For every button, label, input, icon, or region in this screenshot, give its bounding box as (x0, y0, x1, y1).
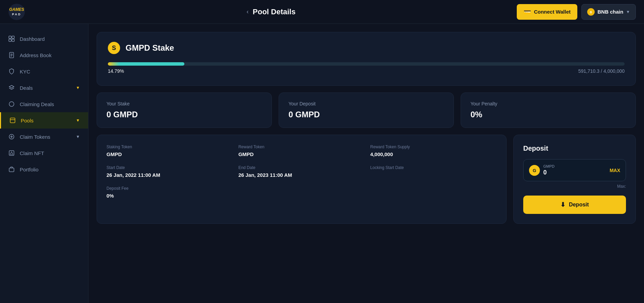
pools-chevron-icon: ▼ (76, 118, 80, 123)
layout: Dashboard Address Book KYC (0, 24, 644, 303)
chain-selector[interactable]: B BNB chain ▼ (581, 4, 636, 20)
grid-icon (8, 35, 15, 42)
pool-header-card: S GMPD Stake 14.79% 591,710.3 / 4,000,00… (97, 32, 636, 86)
info-grid: Staking Token GMPD Reward Token GMPD Rew… (106, 145, 497, 199)
svg-rect-5 (9, 36, 11, 38)
deposit-btn-label: Deposit (569, 202, 589, 208)
max-button[interactable]: MAX (610, 168, 620, 173)
staking-token-label: Staking Token (106, 145, 233, 149)
deposit-input-inner: GMPD 0 (543, 164, 606, 176)
deals-chevron-icon: ▼ (76, 85, 80, 90)
sidebar-item-claim-tokens[interactable]: Claim Tokens ▼ (0, 129, 88, 145)
header-right: 💳 Connect Wallet B BNB chain ▼ (517, 4, 636, 20)
connect-wallet-button[interactable]: 💳 Connect Wallet (517, 4, 577, 20)
deposit-title: Deposit (523, 145, 626, 152)
svg-rect-7 (9, 39, 11, 41)
reward-token-supply-label: Reward Token Supply (370, 145, 497, 149)
start-date-label: Start Date (106, 165, 233, 170)
locking-start-date-label: Locking Start Date (370, 165, 497, 170)
pool-icon: S (108, 42, 120, 54)
sidebar-item-kyc[interactable]: KYC (0, 63, 88, 80)
svg-marker-21 (10, 152, 13, 154)
svg-text:GAMES: GAMES (9, 7, 24, 12)
svg-marker-13 (9, 85, 14, 88)
svg-text:B: B (590, 11, 592, 14)
progress-container: 14.79% 591,710.3 / 4,000,000 (108, 62, 625, 74)
sidebar-item-claiming-deals[interactable]: Claiming Deals (0, 96, 88, 112)
sidebar-claiming-deals-label: Claiming Deals (20, 101, 80, 107)
your-deposit-value: 0 GMPD (288, 110, 444, 119)
sidebar-item-claim-nft[interactable]: Claim NFT (0, 145, 88, 161)
sidebar-dashboard-label: Dashboard (20, 36, 80, 42)
your-stake-label: Your Stake (106, 101, 262, 106)
circle-icon (8, 101, 15, 107)
sidebar-address-book-label: Address Book (20, 52, 80, 58)
header-center: ‹ Pool Details (247, 7, 296, 16)
main-content: S GMPD Stake 14.79% 591,710.3 / 4,000,00… (88, 24, 644, 303)
svg-text:G: G (533, 168, 536, 173)
your-deposit-label: Your Deposit (288, 101, 444, 106)
deposit-input-wrap[interactable]: G GMPD 0 MAX (523, 159, 626, 181)
reward-token-supply-item: Reward Token Supply 4,000,000 (370, 145, 497, 157)
gmpd-token-icon: G (529, 165, 540, 176)
deposit-button[interactable]: ⬇ Deposit (523, 196, 626, 214)
sidebar-portfolio-label: Portfolio (20, 167, 80, 172)
deposit-btn-icon: ⬇ (560, 201, 565, 208)
bnb-icon: B (587, 8, 595, 16)
claim-tokens-icon (8, 133, 15, 140)
briefcase-icon (8, 166, 15, 173)
your-penalty-value: 0% (470, 110, 626, 119)
reward-token-supply-value: 4,000,000 (370, 151, 497, 157)
sidebar-item-address-book[interactable]: Address Book (0, 47, 88, 63)
layers-icon (8, 84, 15, 91)
svg-rect-22 (9, 168, 14, 172)
wallet-icon: 💳 (524, 8, 531, 16)
end-date-label: End Date (238, 165, 365, 170)
your-deposit-card: Your Deposit 0 GMPD (279, 92, 454, 128)
svg-rect-6 (12, 36, 14, 38)
locking-start-date-item: Locking Start Date (370, 165, 497, 178)
header: GAMES PAD ‹ Pool Details 💳 Connect Walle… (0, 0, 644, 24)
sidebar: Dashboard Address Book KYC (0, 24, 88, 303)
info-card: Staking Token GMPD Reward Token GMPD Rew… (97, 135, 507, 224)
pool-name: GMPD Stake (126, 43, 174, 53)
reward-token-label: Reward Token (238, 145, 365, 149)
logo: GAMES PAD (8, 3, 25, 20)
deposit-fee-label: Deposit Fee (106, 186, 233, 191)
staking-token-value: GMPD (106, 151, 233, 157)
sidebar-claim-tokens-label: Claim Tokens (20, 134, 71, 140)
end-date-item: End Date 26 Jan, 2023 11:00 AM (238, 165, 365, 178)
sidebar-item-deals[interactable]: Deals ▼ (0, 80, 88, 96)
progress-percent: 14.79% (108, 68, 124, 74)
sidebar-item-dashboard[interactable]: Dashboard (0, 31, 88, 47)
connect-wallet-label: Connect Wallet (534, 9, 571, 15)
svg-rect-15 (10, 118, 15, 123)
reward-token-value: GMPD (238, 151, 365, 157)
back-button[interactable]: ‹ (247, 8, 249, 15)
sidebar-item-pools[interactable]: Pools ▼ (0, 112, 88, 129)
deposit-amount-input[interactable]: 0 (543, 169, 606, 176)
claim-tokens-chevron-icon: ▼ (76, 134, 80, 139)
svg-rect-8 (12, 39, 14, 41)
stats-row: Your Stake 0 GMPD Your Deposit 0 GMPD Yo… (97, 92, 636, 128)
your-stake-card: Your Stake 0 GMPD (97, 92, 272, 128)
sidebar-kyc-label: KYC (20, 69, 80, 74)
your-stake-value: 0 GMPD (106, 110, 262, 119)
deposit-card: Deposit G GMPD 0 MAX Max: (513, 135, 636, 224)
book-icon (8, 52, 15, 58)
max-balance-label: Max: (523, 184, 626, 189)
start-date-item: Start Date 26 Jan, 2022 11:00 AM (106, 165, 233, 178)
chain-chevron-icon: ▼ (626, 10, 630, 14)
svg-text:PAD: PAD (12, 13, 21, 16)
box-icon (9, 117, 16, 124)
sidebar-pools-label: Pools (21, 118, 71, 123)
reward-token-item: Reward Token GMPD (238, 145, 365, 157)
progress-bar-track (108, 62, 625, 66)
end-date-value: 26 Jan, 2023 11:00 AM (238, 172, 365, 178)
sidebar-item-portfolio[interactable]: Portfolio (0, 161, 88, 178)
svg-point-14 (9, 102, 14, 106)
chain-label: BNB chain (597, 9, 623, 15)
sidebar-claim-nft-label: Claim NFT (20, 150, 80, 156)
progress-bar-fill (108, 62, 184, 66)
progress-amount: 591,710.3 / 4,000,000 (578, 68, 625, 74)
